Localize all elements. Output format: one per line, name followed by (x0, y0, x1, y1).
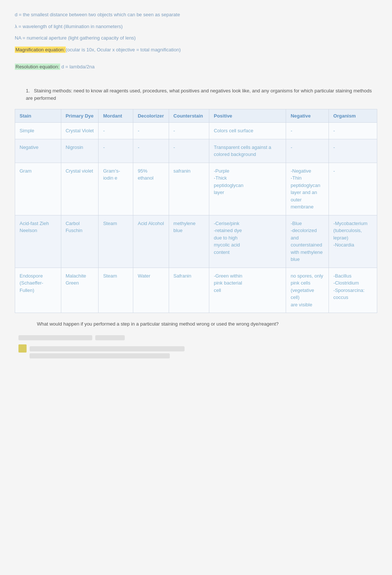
table-cell: Carbol Fuschin (61, 215, 99, 268)
table-row: Acid-fast Zieh NeelsonCarbol FuschinStea… (15, 215, 377, 268)
table-cell: - (329, 139, 377, 163)
table-cell: - (133, 123, 169, 139)
table-cell: Acid-fast Zieh Neelson (15, 215, 61, 268)
resolution-highlight: Resolution equation: (15, 64, 60, 70)
def5: Resolution equation: d = lambda/2na (15, 63, 377, 71)
col-decolorizer: Decolorizer (133, 109, 169, 123)
table-cell: Water (133, 268, 169, 313)
table-cell: - (329, 123, 377, 139)
def4: Magnification equation:(ocular is 10x, O… (15, 46, 377, 54)
magnification-highlight: Magnification equation: (15, 47, 66, 53)
table-cell: - (329, 163, 377, 215)
list-text: Staining methods: need to know all reage… (26, 88, 372, 101)
col-negative: Negative (286, 109, 329, 123)
table-cell: - (286, 123, 329, 139)
table-cell: -Blue -decolorized and counterstained wi… (286, 215, 329, 268)
table-cell: Endospore (Schaeffer- Fullen) (15, 268, 61, 313)
table-header-row: Stain Primary Dye Mordant Decolorizer Co… (15, 109, 377, 123)
blurred-section (15, 333, 377, 360)
table-row: Endospore (Schaeffer- Fullen)Malachite G… (15, 268, 377, 313)
table-cell: -Negative -Thin peptidoglycan layer and … (286, 163, 329, 215)
def3: NA = numerical aperture (light gathering… (15, 34, 377, 42)
table-cell: 95% ethanol (133, 163, 169, 215)
list-number: 1. (26, 88, 30, 93)
table-row: GramCrystal violetGram's-iodin e95% etha… (15, 163, 377, 215)
table-cell: safranin (169, 163, 209, 215)
definitions-section: d = the smallest distance between two ob… (15, 11, 377, 71)
def1: d = the smallest distance between two ob… (15, 11, 377, 18)
table-cell: Acid Alcohol (133, 215, 169, 268)
table-cell: -Bacillus -Clostridium -Sporosarcina: co… (329, 268, 377, 313)
table-cell: Gram's-iodin e (99, 163, 133, 215)
table-cell: Steam (99, 268, 133, 313)
table-row: NegativeNigrosin---Transparent cells aga… (15, 139, 377, 163)
table-cell: Steam (99, 215, 133, 268)
list-item-1: 1. Staining methods: need to know all re… (26, 87, 377, 103)
table-cell: -Green within pink bacterial cell (209, 268, 286, 313)
table-cell: Crystal Violet (61, 123, 99, 139)
table-cell: -Mycobacterium (tuberculosis, leprae) -N… (329, 215, 377, 268)
followup-question: What would happen if you performed a ste… (37, 320, 377, 328)
table-cell: Crystal violet (61, 163, 99, 215)
table-cell: - (99, 123, 133, 139)
col-organism: Organism (329, 109, 377, 123)
table-cell: methylene blue (169, 215, 209, 268)
table-cell: Malachite Green (61, 268, 99, 313)
table-cell: -Purple -Thick peptidoglycan layer (209, 163, 286, 215)
table-cell: -Cerise/pink -retained dye due to high m… (209, 215, 286, 268)
table-cell: Safranin (169, 268, 209, 313)
table-cell: - (169, 139, 209, 163)
table-cell: - (99, 139, 133, 163)
col-positive: Positive (209, 109, 286, 123)
staining-table: Stain Primary Dye Mordant Decolorizer Co… (15, 109, 377, 313)
table-cell: Nigrosin (61, 139, 99, 163)
col-stain: Stain (15, 109, 61, 123)
col-primary-dye: Primary Dye (61, 109, 99, 123)
table-cell: - (133, 139, 169, 163)
table-cell: - (169, 123, 209, 139)
table-cell: Transparent cells against a colored back… (209, 139, 286, 163)
col-counterstain: Counterstain (169, 109, 209, 123)
table-cell: Gram (15, 163, 61, 215)
table-cell: Negative (15, 139, 61, 163)
table-row: SimpleCrystal Violet---Colors cell surfa… (15, 123, 377, 139)
table-cell: - (286, 139, 329, 163)
col-mordant: Mordant (99, 109, 133, 123)
def2: λ = wavelength of light (illumination in… (15, 23, 377, 30)
table-cell: no spores, only pink cells (vegetative c… (286, 268, 329, 313)
table-cell: Simple (15, 123, 61, 139)
table-cell: Colors cell surface (209, 123, 286, 139)
